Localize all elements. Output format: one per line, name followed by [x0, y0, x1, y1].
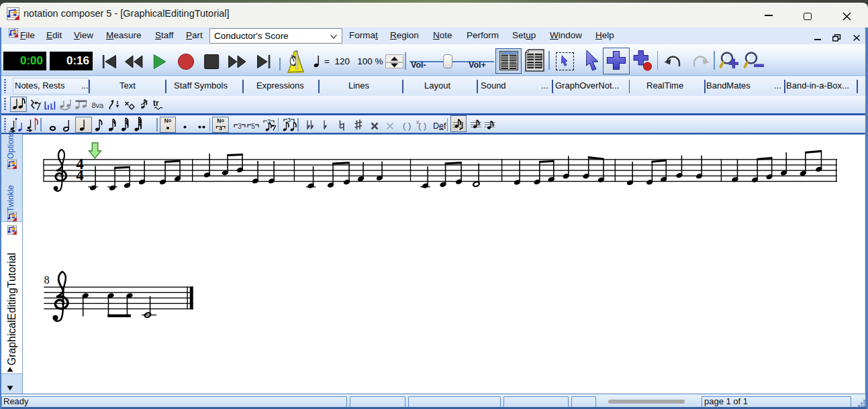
svg-text:( ): ( )	[418, 121, 426, 131]
svg-text:8va: 8va	[92, 101, 105, 109]
svg-text:No: No	[217, 117, 224, 124]
svg-text:Def: Def	[433, 121, 446, 130]
svg-text:8: 8	[44, 274, 50, 286]
svg-text:No: No	[164, 117, 171, 124]
svg-text:3: 3	[219, 124, 222, 131]
svg-text:4: 4	[76, 167, 84, 184]
svg-text:3: 3	[238, 122, 242, 129]
svg-text:( ): ( )	[403, 121, 411, 131]
svg-text:tr: tr	[153, 99, 159, 108]
svg-text:5: 5	[251, 122, 255, 129]
